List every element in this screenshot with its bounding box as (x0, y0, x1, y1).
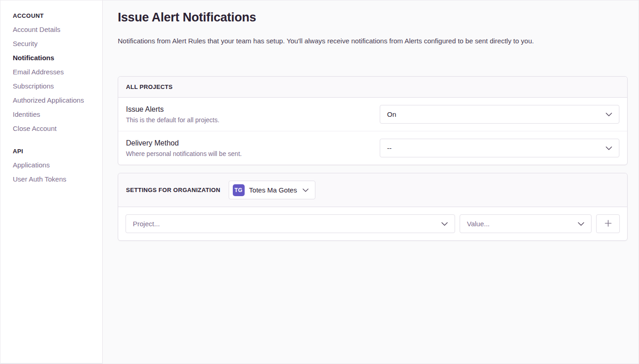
organization-settings-panel: SETTINGS FOR ORGANIZATION TG Totes Ma Go… (118, 173, 628, 241)
delivery-method-selected-value: -- (387, 144, 392, 152)
issue-alerts-row: Issue Alerts This is the default for all… (118, 98, 627, 131)
issue-alerts-help: This is the default for all projects. (126, 116, 371, 124)
sidebar-item-close-account[interactable]: Close Account (13, 121, 95, 135)
sidebar-item-notifications[interactable]: Notifications (13, 51, 95, 65)
organization-name: Totes Ma Gotes (249, 186, 297, 194)
issue-alerts-selected-value: On (387, 110, 396, 118)
issue-alerts-field-text: Issue Alerts This is the default for all… (126, 105, 380, 124)
page-description: Notifications from Alert Rules that your… (118, 36, 628, 46)
delivery-method-row: Delivery Method Where personal notificat… (118, 131, 627, 165)
chevron-down-icon (441, 222, 448, 226)
all-projects-panel: ALL PROJECTS Issue Alerts This is the de… (118, 76, 628, 165)
add-override-button[interactable] (596, 214, 620, 233)
sidebar-section-api: API Applications User Auth Tokens (13, 148, 95, 186)
delivery-method-select[interactable]: -- (380, 139, 619, 157)
organization-avatar: TG (233, 184, 245, 196)
delivery-method-label: Delivery Method (126, 139, 371, 147)
sidebar-section-header-account: ACCOUNT (13, 12, 95, 19)
sidebar-item-account-details[interactable]: Account Details (13, 22, 95, 36)
project-select-placeholder: Project... (133, 220, 160, 228)
delivery-method-field-text: Delivery Method Where personal notificat… (126, 139, 380, 157)
all-projects-panel-header: ALL PROJECTS (118, 77, 627, 98)
organization-panel-header-label: SETTINGS FOR ORGANIZATION (126, 187, 220, 193)
settings-page: ACCOUNT Account Details Security Notific… (0, 0, 639, 364)
value-select-placeholder: Value... (467, 220, 490, 228)
sidebar-item-applications[interactable]: Applications (13, 158, 95, 172)
organization-select[interactable]: TG Totes Ma Gotes (229, 181, 315, 199)
sidebar-item-identities[interactable]: Identities (13, 107, 95, 121)
chevron-down-icon (303, 188, 309, 192)
sidebar-item-security[interactable]: Security (13, 36, 95, 51)
main-content: Issue Alert Notifications Notifications … (103, 0, 639, 364)
value-select[interactable]: Value... (460, 214, 592, 233)
chevron-down-icon (578, 222, 584, 226)
sidebar-section-account: ACCOUNT Account Details Security Notific… (13, 12, 95, 135)
organization-panel-header: SETTINGS FOR ORGANIZATION TG Totes Ma Go… (118, 173, 627, 207)
sidebar-section-header-api: API (13, 148, 95, 155)
settings-sidebar: ACCOUNT Account Details Security Notific… (0, 0, 103, 364)
sidebar-item-authorized-applications[interactable]: Authorized Applications (13, 93, 95, 107)
sidebar-item-user-auth-tokens[interactable]: User Auth Tokens (13, 172, 95, 186)
issue-alerts-label: Issue Alerts (126, 105, 371, 114)
page-title: Issue Alert Notifications (118, 10, 628, 25)
project-select[interactable]: Project... (126, 214, 455, 233)
chevron-down-icon (606, 113, 612, 116)
sidebar-item-email-addresses[interactable]: Email Addresses (13, 65, 95, 79)
sidebar-item-subscriptions[interactable]: Subscriptions (13, 79, 95, 93)
delivery-method-help: Where personal notifications will be sen… (126, 150, 371, 157)
project-override-row: Project... Value... (118, 207, 627, 240)
plus-icon (604, 219, 612, 229)
issue-alerts-select[interactable]: On (380, 105, 619, 124)
chevron-down-icon (606, 146, 612, 150)
